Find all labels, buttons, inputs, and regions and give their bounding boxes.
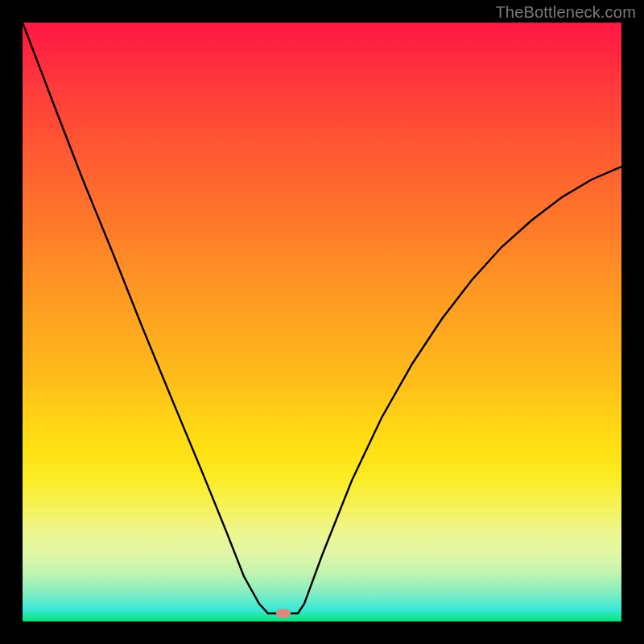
watermark-text: TheBottleneck.com — [495, 3, 636, 22]
plot-area — [23, 23, 621, 621]
curve-path — [23, 23, 621, 613]
optimum-marker — [276, 609, 291, 618]
frame: TheBottleneck.com — [0, 0, 644, 644]
bottleneck-curve — [23, 23, 621, 621]
